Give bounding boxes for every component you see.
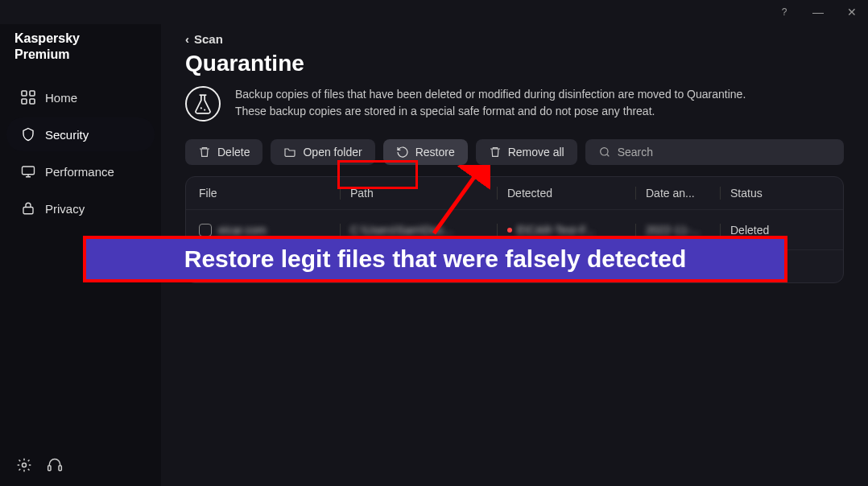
sidebar-item-privacy[interactable]: Privacy [6, 192, 155, 225]
open-folder-button[interactable]: Open folder [271, 139, 374, 165]
svg-point-9 [200, 107, 202, 109]
sidebar-item-home[interactable]: Home [6, 80, 155, 114]
col-detected[interactable]: Detected [497, 187, 635, 200]
sidebar-item-label: Privacy [45, 202, 85, 216]
table-header: File Path Detected Date an... Status [186, 177, 843, 209]
app-window: ? — ✕ Kaspersky Premium Home [0, 0, 868, 486]
trash-icon [198, 146, 211, 159]
help-icon[interactable]: ? [775, 6, 794, 18]
button-label: Open folder [303, 146, 362, 159]
button-label: Restore [415, 146, 455, 159]
svg-rect-2 [22, 99, 27, 104]
button-label: Search [618, 146, 653, 159]
brand: Kaspersky Premium [0, 24, 161, 79]
button-label: Remove all [508, 146, 564, 159]
cell-date: 2022-11-... [646, 224, 701, 237]
col-date[interactable]: Date an... [635, 187, 720, 200]
trash-icon [489, 146, 502, 159]
brand-line2: Premium [14, 47, 69, 61]
col-path[interactable]: Path [340, 187, 497, 200]
description-row: Backup copies of files that have been de… [185, 86, 844, 122]
lock-icon [21, 201, 35, 216]
svg-rect-5 [23, 208, 33, 214]
svg-rect-1 [30, 91, 35, 96]
threat-dot-icon [507, 228, 512, 233]
svg-rect-4 [23, 167, 35, 175]
monitor-icon [21, 164, 35, 179]
sidebar-item-label: Security [45, 128, 89, 142]
restore-icon [396, 146, 409, 159]
titlebar: ? — ✕ [0, 0, 868, 24]
sidebar-item-performance[interactable]: Performance [6, 154, 155, 188]
cell-status: Deleted [730, 224, 769, 237]
svg-rect-7 [48, 466, 51, 471]
svg-rect-8 [59, 466, 61, 471]
grid-icon [21, 90, 35, 105]
folder-icon [283, 146, 296, 159]
restore-button[interactable]: Restore [383, 139, 468, 165]
chevron-left-icon: ‹ [185, 32, 189, 46]
svg-point-10 [204, 109, 205, 111]
sidebar-bottom [0, 449, 161, 481]
page-description: Backup copies of files that have been de… [235, 86, 750, 120]
cell-detected: EICAR-Test-F... [517, 224, 594, 237]
headset-icon[interactable] [47, 457, 63, 473]
button-label: Delete [217, 146, 250, 159]
delete-button[interactable]: Delete [185, 139, 262, 165]
sidebar-item-label: Performance [45, 165, 114, 179]
remove-all-button[interactable]: Remove all [476, 139, 577, 165]
sidebar-item-security[interactable]: Security [6, 117, 155, 151]
minimize-icon[interactable]: — [808, 6, 828, 19]
col-status[interactable]: Status [720, 187, 780, 200]
shield-icon [21, 127, 35, 142]
flask-icon [185, 86, 221, 122]
sidebar-item-label: Home [45, 91, 77, 105]
cell-path: C:\Users\Sam\Doc... [350, 224, 453, 237]
page-title: Quarantine [185, 51, 844, 76]
gear-icon[interactable] [16, 457, 32, 473]
close-icon[interactable]: ✕ [842, 6, 862, 19]
col-file[interactable]: File [199, 187, 340, 200]
svg-rect-3 [30, 99, 35, 104]
search-button[interactable]: Search [585, 139, 844, 165]
toolbar: Delete Open folder Restore Remove all Se… [185, 139, 844, 165]
row-checkbox[interactable] [199, 224, 212, 237]
search-icon [598, 146, 611, 159]
svg-point-11 [600, 148, 607, 155]
breadcrumb-back[interactable]: ‹ Scan [185, 32, 223, 46]
svg-point-6 [23, 463, 27, 467]
brand-line1: Kaspersky [14, 31, 80, 45]
annotation-banner: Restore legit files that were falsely de… [83, 236, 787, 282]
breadcrumb-label: Scan [194, 32, 223, 46]
cell-file: eicar.com [218, 224, 267, 237]
svg-rect-0 [22, 91, 27, 96]
